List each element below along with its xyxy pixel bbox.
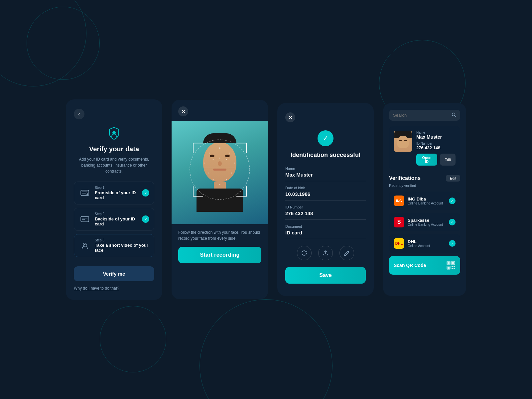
search-bar [389,110,460,121]
dhl-text: DHL Online Account [408,239,446,248]
svg-point-14 [204,163,205,164]
profile-id-label: ID Number [416,142,456,145]
step-3-text: Step 3 Take a short video of your face [95,238,149,253]
shield-icon-container [74,126,154,141]
scan-qr-button[interactable]: Scan QR Code [389,256,460,275]
svg-rect-36 [454,268,455,269]
document-value: ID card [285,230,366,235]
step-1-label: Frontside of your ID card [95,190,138,200]
back-icon: ‹ [78,111,80,117]
verify-subtitle: Add your ID card and verify documents, b… [74,156,154,174]
step-2-number: Step 2 [95,212,138,216]
profile-name: Max Muster [416,134,456,140]
step-1-item[interactable]: Step 1 Frontside of your ID card ✓ [74,182,154,204]
dob-value: 10.03.1986 [285,191,366,197]
svg-rect-5 [81,216,89,222]
recording-instruction: Follow the direction with your face. You… [178,229,261,241]
success-title: Identification successful [285,152,366,159]
profile-card: Name Max Muster ID Number 276 432 148 Op… [389,126,460,170]
svg-point-4 [86,193,88,195]
qr-icon [446,261,456,270]
recently-verified-label: Recently verified [389,184,460,188]
shield-icon [107,126,121,141]
step-3-icon [79,239,91,251]
face-recording-screen: ✕ [172,100,268,299]
svg-rect-30 [452,262,454,264]
svg-rect-33 [452,266,453,267]
search-icon[interactable] [452,112,456,118]
svg-point-17 [226,159,227,160]
dhl-name: DHL [408,239,446,244]
dob-field: Date of birth 10.03.1986 [285,186,366,200]
svg-point-20 [231,173,232,174]
name-field: Name Max Muster [285,167,366,181]
dob-label: Date of birth [285,186,366,190]
search-input[interactable] [393,113,452,118]
why-link-button[interactable]: Why do I have to do that? [74,286,119,291]
id-number-label: ID Number [285,205,366,209]
profile-edit-button[interactable]: Edit [440,154,456,166]
svg-rect-35 [452,268,453,269]
svg-point-9 [84,244,85,245]
verifications-edit-button[interactable]: Edit [446,175,460,182]
svg-point-18 [219,158,220,159]
svg-point-15 [234,163,235,164]
svg-point-11 [219,147,220,149]
back-button[interactable]: ‹ [74,109,84,119]
verif-item-sparkasse[interactable]: S Sparkasse Online Banking Account ✓ [389,213,460,231]
edit-result-button[interactable] [339,246,354,260]
step-2-item[interactable]: Step 2 Backside of your ID card ✓ [74,208,154,231]
dhl-logo: DHL [394,238,404,249]
ing-check: ✓ [449,198,456,204]
svg-point-13 [229,153,230,154]
svg-rect-28 [448,262,450,264]
refresh-button[interactable] [297,246,312,260]
close-button[interactable]: ✕ [178,106,188,116]
name-label: Name [285,167,366,171]
step-3-label: Take a short video of your face [95,243,149,253]
ing-text: ING Diba Online Banking Account [408,197,446,205]
bg-decoration-2 [27,7,100,80]
sparkasse-check: ✓ [449,219,456,225]
document-field: Document ID card [285,224,366,239]
share-icon [323,250,329,256]
screens-container: ‹ Verify your data Add your ID card and … [66,99,466,300]
verify-title: Verify your data [74,145,154,153]
avatar [394,131,412,152]
bg-decoration-4 [100,306,166,372]
step-3-item[interactable]: Step 3 Take a short video of your face [74,234,154,257]
edit-icon [344,250,350,256]
open-id-button[interactable]: Open ID [416,154,437,166]
document-label: Document [285,224,366,228]
svg-rect-32 [448,267,450,269]
sparkasse-text: Sparkasse Online Banking Account [408,218,446,226]
dhl-type: Online Account [408,244,446,248]
name-value: Max Muster [285,172,366,178]
svg-point-12 [209,153,210,154]
profile-verifications-screen: Name Max Muster ID Number 276 432 148 Op… [383,103,466,296]
success-close-button[interactable]: ✕ [285,112,295,122]
id-number-field: ID Number 276 432 148 [285,205,366,220]
ing-type: Online Banking Account [408,201,446,205]
verif-item-dhl[interactable]: DHL DHL Online Account ✓ [389,234,460,253]
sparkasse-logo: S [394,217,404,227]
svg-point-22 [226,179,227,180]
ing-logo: ING [394,196,404,206]
refresh-icon [301,250,307,256]
step-1-number: Step 1 [95,186,138,190]
step-2-label: Backside of your ID card [95,216,138,226]
svg-point-21 [213,179,214,180]
success-check-container: ✓ [285,130,366,146]
verifications-header: Verifications Edit [389,175,460,182]
verif-item-ing[interactable]: ING ING Diba Online Banking Account ✓ [389,192,460,210]
ing-name: ING Diba [408,197,446,201]
close-icon: ✕ [181,108,186,115]
step-1-check: ✓ [142,189,149,197]
profile-id-number: 276 432 148 [416,145,456,150]
profile-actions: Open ID Edit [416,154,456,166]
verify-me-button[interactable]: Verify me [74,266,154,281]
share-button[interactable] [318,246,333,260]
sparkasse-name: Sparkasse [408,218,446,223]
start-recording-button[interactable]: Start recording [178,247,261,263]
save-button[interactable]: Save [285,267,366,284]
